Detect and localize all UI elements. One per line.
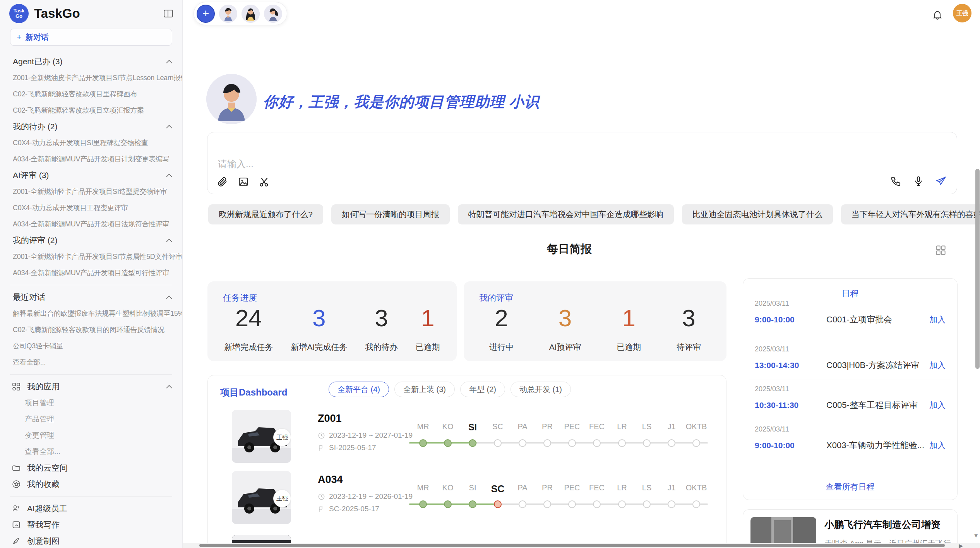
sidebar-ai-super-staff[interactable]: AI超级员工 [0,500,182,517]
suggestion-chip[interactable]: 欧洲新规最近颁布了什么? [208,204,323,224]
recent-view-all[interactable]: 查看全部... [0,354,182,370]
sidebar-my-apps[interactable]: 我的应用 [0,378,182,395]
milestone-node[interactable] [668,439,675,447]
tab-new-upfit[interactable]: 全新上装 (3) [394,382,455,397]
recent-chat-item[interactable]: 解释最新出台的欧盟报废车法规再生塑料比例被调至15%... [0,305,182,322]
milestone-node[interactable] [568,439,576,447]
milestone-node[interactable] [692,500,700,508]
sidebar-item[interactable]: A034-全新新能源MUV产品开发项目造型可行性评审 [0,265,182,281]
join-link[interactable]: 加入 [929,440,946,451]
sidebar-item[interactable]: C02-飞腾新能源轻客改款项目里程碑画布 [0,86,182,102]
sidebar-item[interactable]: C0X4-动力总成开发项目工程变更评审 [0,200,182,216]
tab-all-new-platform[interactable]: 全新平台 (4) [329,382,389,397]
notification-bell-icon[interactable] [932,9,943,20]
milestone-node[interactable] [494,439,502,447]
schedule-date: 2025/03/11 [755,300,946,308]
sidebar-group-recent-chats[interactable]: 最近对话 [0,289,182,305]
sidebar-item[interactable]: Z001-全新燃油轻卡产品开发项目SI造型提交物评审 [0,183,182,200]
milestone-node[interactable] [469,439,476,447]
tab-model-year[interactable]: 年型 (2) [460,382,505,397]
sidebar-my-favorites[interactable]: 我的收藏 [0,476,182,492]
milestone-node[interactable] [519,439,526,447]
sidebar-my-cloud[interactable]: 我的云空间 [0,460,182,476]
milestone-node[interactable] [469,500,476,508]
app-item-project-mgmt[interactable]: 项目管理 [0,395,182,411]
logo-text-1: Task [14,8,25,14]
apps-view-all[interactable]: 查看全部... [0,444,182,460]
horizontal-scrollbar[interactable] [199,544,945,547]
milestone-node-overdue[interactable] [494,500,502,508]
add-agent-button[interactable]: + [197,5,215,23]
user-avatar[interactable]: 王强 [953,4,971,22]
recent-chat-item[interactable]: 公司Q3轻卡销量 [0,338,182,354]
tab-powertrain-dev[interactable]: 动总开发 (1) [511,382,571,397]
recent-chat-item[interactable]: C02-飞腾新能源轻客改款项目的闭环通告反馈情况 [0,322,182,338]
sidebar-item[interactable]: A034-全新新能源MUV产品开发项目法规符合性评审 [0,216,182,232]
suggestion-chip[interactable]: 当下年轻人对汽车外观有怎样的喜好趋势 [841,204,980,224]
sidebar-collapse-icon[interactable] [164,10,173,17]
sidebar-creative-drawing[interactable]: 创意制图 [0,533,182,548]
sidebar-item[interactable]: C0X4-动力总成开发项目SI里程碑提交物检查 [0,135,182,151]
join-link[interactable]: 加入 [929,314,946,325]
milestone-node[interactable] [643,500,651,508]
join-link[interactable]: 加入 [929,360,946,371]
milestone-label: LS [633,422,661,431]
view-all-schedule-link[interactable]: 查看所有日程 [743,481,957,492]
milestone-node[interactable] [692,439,700,447]
scroll-down-arrow[interactable]: ▼ [973,532,979,539]
sidebar-item[interactable]: C02-飞腾新能源轻客改款项目立项汇报方案 [0,102,182,118]
paperclip-icon[interactable] [217,176,228,188]
stat-value: 3 [291,305,347,331]
milestone-node[interactable] [593,500,601,508]
microphone-icon[interactable] [913,175,924,187]
sidebar-help-me-write[interactable]: 帮我写作 [0,517,182,533]
milestone-node[interactable] [444,439,452,447]
milestone-node[interactable] [593,439,601,447]
milestone-node[interactable] [444,500,452,508]
sidebar-item[interactable]: A034-全新新能源MUV产品开发项目计划变更表编写 [0,151,182,167]
milestone-label: OKTB [682,483,710,492]
milestone-node[interactable] [419,439,427,447]
app-logo: Task Go [9,4,29,23]
milestone-node[interactable] [543,500,551,508]
milestone-node[interactable] [568,500,576,508]
suggestion-chip[interactable]: 比亚迪全固态电池计划具体说了什么 [682,204,833,224]
vertical-scrollbar[interactable] [975,169,980,369]
my-review-card: 我的评审 2 进行中 3 AI预评审 1 已逾期 3 待评审 [464,281,726,361]
milestone-node[interactable] [618,439,626,447]
milestone-node[interactable] [643,439,651,447]
app-item-product-mgmt[interactable]: 产品管理 [0,411,182,427]
suggestion-chip[interactable]: 特朗普可能对进口汽车增税会对中国车企造成哪些影响 [458,204,674,224]
milestone-node[interactable] [519,500,526,508]
join-link[interactable]: 加入 [929,400,946,411]
scroll-right-arrow[interactable]: ▶ [959,543,963,548]
agent-avatar-1[interactable] [219,5,237,23]
milestone-label: KO [434,422,462,431]
milestone-node[interactable] [419,500,427,508]
chevron-up-icon [166,295,172,299]
milestone-node[interactable] [543,439,551,447]
milestone-node[interactable] [618,500,626,508]
sidebar-item[interactable]: Z001-全新燃油轻卡产品开发项目SI节点属性5D文件评审 [0,248,182,265]
milestone-label: SI [459,483,487,492]
chat-input[interactable]: 请输入... [207,132,957,194]
new-chat-button[interactable]: + 新对话 [10,29,172,46]
scissors-icon[interactable] [259,176,270,188]
sidebar-group-ai-review[interactable]: AI评审 (3) [0,167,182,183]
sidebar-group-agent-done[interactable]: Agent已办 (3) [0,53,182,70]
layout-grid-icon[interactable] [935,245,946,255]
milestone-node[interactable] [668,500,675,508]
sidebar-group-my-review[interactable]: 我的评审 (2) [0,232,182,248]
phone-icon[interactable] [890,175,902,187]
suggestion-chip[interactable]: 如何写一份清晰的项目周报 [331,204,450,224]
agent-avatar-2[interactable] [242,5,260,23]
news-card[interactable]: 小鹏飞行汽车制造公司增资 天眼查 App 显示，近日广州汇天飞行汽... [743,509,958,548]
agent-avatar-3[interactable] [264,5,282,23]
send-icon[interactable] [935,175,947,187]
image-icon[interactable] [238,176,249,188]
new-chat-label: 新对话 [26,32,49,43]
sidebar-group-my-todo[interactable]: 我的待办 (2) [0,118,182,135]
sidebar-item[interactable]: Z001-全新燃油皮卡产品开发项目SI节点Lesson Learn报告 [0,70,182,86]
app-item-change-mgmt[interactable]: 变更管理 [0,427,182,444]
stat-label: AI预评审 [549,342,581,353]
